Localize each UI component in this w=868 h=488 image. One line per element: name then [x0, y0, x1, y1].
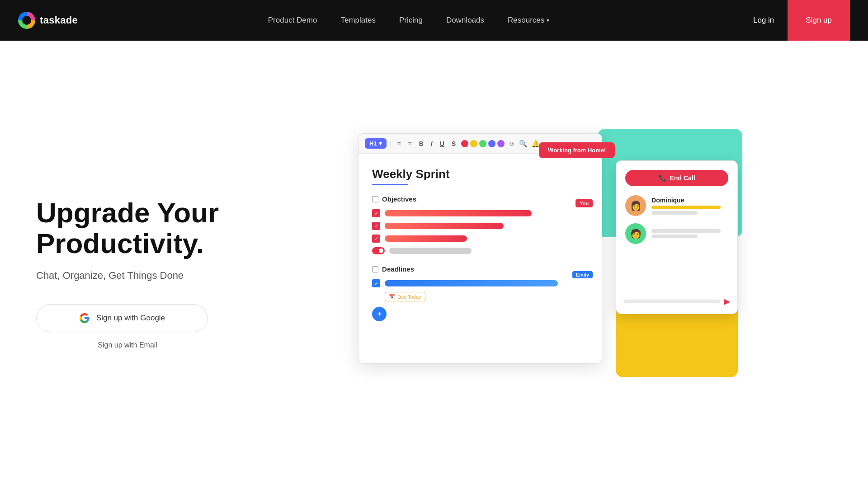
task-checkbox[interactable] [372, 209, 380, 217]
chevron-down-icon: ▾ [547, 17, 549, 23]
task-toggle[interactable] [372, 247, 385, 254]
signup-google-button[interactable]: Sign up with Google [36, 304, 208, 332]
end-call-button[interactable]: 📞 End Call [625, 170, 728, 186]
color-purple[interactable] [497, 140, 505, 147]
caller-info-2 [651, 229, 728, 238]
hero-subtext: Chat, Organize, Get Things Done [36, 270, 219, 282]
task-checkbox[interactable] [372, 235, 380, 243]
login-button[interactable]: Log in [740, 12, 788, 28]
signup-button[interactable]: Sign up [788, 0, 850, 41]
section-collapse-toggle[interactable] [372, 196, 378, 202]
caller-bar-a [651, 229, 721, 233]
phone-icon: 📞 [659, 174, 666, 182]
task-loader-item [372, 247, 588, 254]
add-item-button[interactable]: + [372, 307, 387, 321]
nav-actions: Log in Sign up [740, 0, 850, 41]
message-input-placeholder[interactable] [623, 300, 720, 303]
nav-resources[interactable]: Resources ▾ [498, 12, 559, 28]
nav-links: Product Demo Templates Pricing Downloads… [258, 12, 560, 28]
bell-icon[interactable]: 🔔 [531, 140, 540, 148]
send-button[interactable]: ▶ [724, 296, 730, 306]
caller-avatar: 👩 [625, 195, 646, 216]
caller-name: Dominique [651, 197, 728, 204]
calendar-icon: 📅 [389, 294, 395, 300]
color-green[interactable] [479, 140, 486, 147]
caller-avatar-2: 🧑 [625, 223, 646, 244]
doc-underline-decoration [372, 184, 408, 185]
deadlines-section: Deadlines Emily 📅 Due Today [372, 265, 588, 301]
caller-info: Dominique [651, 197, 728, 215]
hero-right: Working from Home! H1 ▾ | ≡ ≡ B I U S [237, 133, 832, 413]
color-yellow[interactable] [470, 140, 477, 147]
app-content: Weekly Sprint Objectives You [359, 154, 602, 335]
signup-email-link[interactable]: Sign up with Email [36, 341, 219, 349]
task-empty-bar [389, 248, 472, 254]
call-panel: 📞 End Call 👩 Dominique 🧑 [616, 160, 738, 314]
indent-icon[interactable]: ≡ [406, 139, 414, 148]
caller-status-bar-1 [651, 206, 721, 209]
call-message-row: ▶ [623, 296, 730, 306]
color-blue[interactable] [488, 140, 495, 147]
nav-templates[interactable]: Templates [330, 12, 385, 28]
logo-text: taskade [40, 14, 78, 26]
bold-icon[interactable]: B [417, 139, 425, 148]
hero-section: Upgrade Your Productivity. Chat, Organiz… [0, 41, 868, 488]
deadline-bar [385, 280, 557, 286]
nav-downloads[interactable]: Downloads [436, 12, 494, 28]
underline-icon[interactable]: U [438, 139, 446, 148]
hero-headline: Upgrade Your Productivity. [36, 197, 219, 259]
emily-badge: Emily [572, 271, 593, 278]
google-icon [79, 313, 90, 324]
caller-status-bar-2 [651, 211, 698, 215]
chevron-icon: ▾ [379, 140, 382, 147]
nav-product-demo[interactable]: Product Demo [258, 12, 327, 28]
task-item: You [372, 209, 588, 217]
task-progress-bar [385, 223, 504, 229]
heading-selector[interactable]: H1 ▾ [365, 138, 387, 149]
caller-item-2: 🧑 [625, 223, 728, 244]
emoji-icon[interactable]: ☺ [508, 140, 515, 147]
search-icon[interactable]: 🔍 [519, 140, 528, 148]
color-palette [461, 140, 505, 147]
task-checkbox[interactable] [372, 222, 380, 230]
color-red[interactable] [461, 140, 468, 147]
mockup-wrapper: Working from Home! H1 ▾ | ≡ ≡ B I U S [331, 133, 738, 413]
task-item [372, 235, 588, 243]
deadline-task-item: Emily [372, 279, 588, 287]
doc-title: Weekly Sprint [372, 167, 588, 181]
objectives-label: Objectives [382, 195, 416, 203]
nav-pricing[interactable]: Pricing [389, 12, 433, 28]
deadlines-toggle[interactable] [372, 266, 378, 272]
objectives-task-list: You [372, 209, 588, 254]
navbar: taskade Product Demo Templates Pricing D… [0, 0, 868, 41]
deadlines-header: Deadlines [372, 265, 588, 273]
toolbar-divider: | [390, 140, 392, 147]
task-progress-bar [385, 210, 532, 216]
list-icon[interactable]: ≡ [395, 139, 402, 148]
you-badge: You [576, 199, 593, 207]
logo-icon [18, 12, 35, 29]
deadlines-label: Deadlines [382, 265, 414, 273]
app-window: H1 ▾ | ≡ ≡ B I U S [358, 133, 602, 364]
italic-icon[interactable]: I [429, 139, 434, 148]
logo[interactable]: taskade [18, 12, 78, 29]
task-item [372, 222, 588, 230]
caller-item: 👩 Dominique [625, 195, 728, 216]
objectives-header: Objectives [372, 195, 588, 203]
task-progress-bar [385, 235, 467, 242]
due-today-tag: 📅 Due Today [385, 292, 425, 301]
wfh-badge: Working from Home! [539, 142, 615, 158]
strikethrough-icon[interactable]: S [450, 139, 458, 148]
deadline-checkbox[interactable] [372, 279, 380, 287]
hero-left: Upgrade Your Productivity. Chat, Organiz… [36, 197, 219, 349]
caller-bar-b [651, 235, 698, 238]
